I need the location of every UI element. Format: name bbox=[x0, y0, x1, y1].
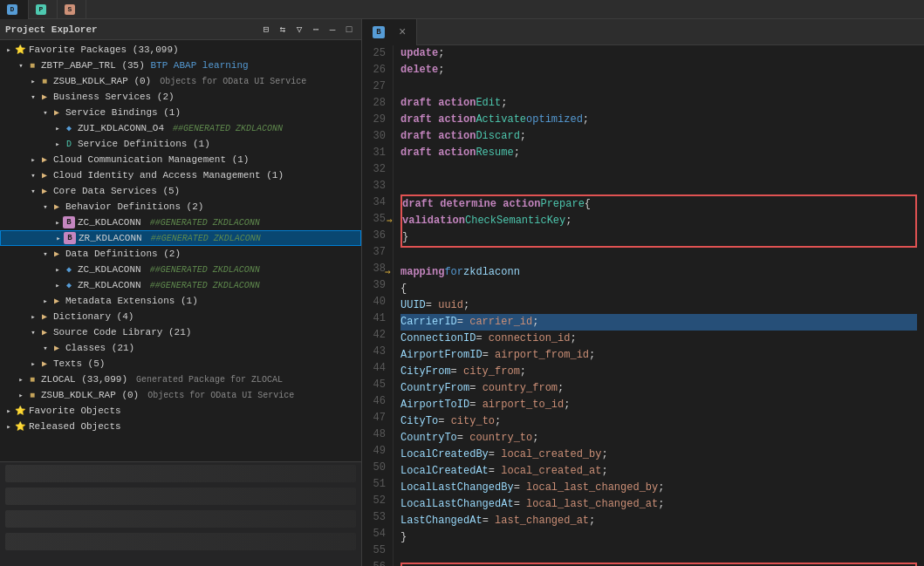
tree-arrow[interactable]: ▸ bbox=[16, 374, 26, 385]
code-content: update; delete; draft action Edit; draft… bbox=[394, 45, 924, 566]
tree-item-19[interactable]: ▾▶Source Code Library (21) bbox=[0, 324, 361, 340]
tree-item-6[interactable]: ▸◆ZUI_KDLACONN_O4 ##GENERATED ZKDLACONN bbox=[0, 120, 361, 136]
tree-item-21[interactable]: ▸▶Texts (5) bbox=[0, 356, 361, 372]
menu-icon[interactable]: ⋯ bbox=[309, 23, 323, 37]
line-number-41: 41 bbox=[362, 310, 386, 327]
tree-arrow[interactable]: ▾ bbox=[28, 170, 38, 181]
service-icon: ◆ bbox=[63, 122, 75, 134]
tab-project-explorer[interactable]: P bbox=[29, 0, 58, 19]
tree-item-12[interactable]: ▸BZC_KDLACONN ##GENERATED ZKDLACONN bbox=[0, 215, 361, 230]
servers-icon: S bbox=[65, 4, 75, 15]
tree-arrow[interactable]: ▾ bbox=[40, 249, 51, 259]
tab-debug[interactable]: D bbox=[0, 0, 29, 19]
generated-label: ##GENERATED ZKDLACONN bbox=[145, 281, 260, 290]
tree-item-14[interactable]: ▾▶Data Definitions (2) bbox=[0, 246, 361, 262]
tree-item-20[interactable]: ▾▶Classes (21) bbox=[0, 340, 361, 356]
line-number-45: 45 bbox=[362, 377, 386, 393]
editor-tab-close[interactable]: × bbox=[399, 25, 406, 39]
tree-label: Metadata Extensions (1) bbox=[65, 296, 198, 306]
tree-item-16[interactable]: ▸◆ZR_KDLACONN ##GENERATED ZKDLACONN bbox=[0, 277, 361, 293]
tree-suffix: BTP ABAP learning bbox=[145, 60, 249, 71]
tree-arrow[interactable]: ▾ bbox=[28, 186, 38, 196]
line-numbers: 2526272829303132333435363738394041424344… bbox=[362, 45, 394, 566]
tree-label: Behavior Definitions (2) bbox=[65, 201, 203, 212]
editor-tab-bar: B × bbox=[362, 19, 924, 45]
tree-item-13[interactable]: ▸BZR_KDLACONN ##GENERATED ZKDLACONN bbox=[0, 230, 361, 246]
minimize-icon[interactable]: — bbox=[325, 23, 339, 37]
tree-arrow[interactable]: ▸ bbox=[52, 264, 63, 275]
tree-item-25[interactable]: ▸⭐Released Objects bbox=[0, 419, 361, 434]
tree-item-7[interactable]: ▸DService Definitions (1) bbox=[0, 136, 361, 152]
tree-arrow[interactable]: ▸ bbox=[40, 296, 51, 306]
tree-arrow[interactable]: ▸ bbox=[52, 280, 63, 290]
tree-arrow[interactable]: ▾ bbox=[28, 92, 38, 102]
tree-arrow[interactable]: ▸ bbox=[28, 76, 38, 86]
tree-item-4[interactable]: ▾▶Business Services (2) bbox=[0, 89, 361, 105]
code-editor[interactable]: 2526272829303132333435363738394041424344… bbox=[362, 45, 924, 566]
code-line-39: { bbox=[400, 281, 917, 297]
code-line-38: ⇒ mapping for zkdlaconn bbox=[400, 264, 917, 281]
collapse-icon[interactable]: ⊟ bbox=[259, 23, 273, 37]
tree-label: Data Definitions (2) bbox=[65, 249, 181, 259]
tree-arrow[interactable]: ▸ bbox=[28, 358, 38, 369]
tree-item-11[interactable]: ▾▶Behavior Definitions (2) bbox=[0, 199, 361, 215]
code-line-25: update; bbox=[400, 45, 917, 62]
tree-arrow[interactable]: ▸ bbox=[52, 217, 63, 228]
maximize-icon[interactable]: □ bbox=[342, 23, 356, 37]
tree-arrow[interactable]: ▸ bbox=[3, 421, 14, 432]
tree-arrow[interactable]: ▾ bbox=[16, 60, 26, 71]
code-line-43: AirportFromID = airport_from_id; bbox=[400, 347, 917, 364]
tree-item-24[interactable]: ▸⭐Favorite Objects bbox=[0, 403, 361, 419]
tree-arrow[interactable]: ▸ bbox=[52, 139, 63, 149]
code-line-35: ⇒ validation CheckSemanticKey; bbox=[402, 213, 915, 229]
code-line-34: draft determine action Prepare { bbox=[402, 196, 915, 213]
tree-item-17[interactable]: ▸▶Metadata Extensions (1) bbox=[0, 293, 361, 309]
tree-arrow[interactable]: ▸ bbox=[3, 44, 14, 55]
tree-arrow[interactable]: ▾ bbox=[28, 327, 38, 338]
tree-item-8[interactable]: ▸▶Cloud Communication Management (1) bbox=[0, 152, 361, 167]
tree-item-10[interactable]: ▾▶Core Data Services (5) bbox=[0, 183, 361, 199]
line-number-36: 36 bbox=[362, 228, 386, 244]
tree-item-15[interactable]: ▸◆ZC_KDLACONN ##GENERATED ZKDLACONN bbox=[0, 262, 361, 277]
tree-label: ZBTP_ABAP_TRL (35) BTP ABAP learning bbox=[41, 60, 249, 71]
tree-item-22[interactable]: ▸■ZLOCAL (33,099) Generated Package for … bbox=[0, 372, 361, 387]
tree-item-1[interactable]: ▸⭐Favorite Packages (33,099) bbox=[0, 42, 361, 58]
red-box-validation: validation CheckSemanticKey on save { cr… bbox=[400, 563, 917, 566]
tree-label: Texts (5) bbox=[53, 358, 105, 369]
panel-icons: ⊟ ⇆ ▽ ⋯ — □ bbox=[259, 23, 356, 37]
line-number-31: 31 bbox=[362, 145, 386, 161]
tree-arrow[interactable]: ▸ bbox=[52, 123, 63, 133]
folder-icon: ▶ bbox=[51, 201, 63, 213]
tree-arrow[interactable]: ▸ bbox=[28, 154, 38, 165]
tree-item-3[interactable]: ▸■ZSUB_KDLK_RAP (0) Objects for OData UI… bbox=[0, 73, 361, 89]
tree-item-18[interactable]: ▸▶Dictionary (4) bbox=[0, 309, 361, 324]
tree-arrow[interactable]: ▾ bbox=[40, 107, 51, 118]
tree-item-2[interactable]: ▾■ZBTP_ABAP_TRL (35) BTP ABAP learning bbox=[0, 58, 361, 73]
code-line-26: delete; bbox=[400, 62, 917, 78]
line-number-42: 42 bbox=[362, 327, 386, 344]
code-line-55 bbox=[400, 546, 917, 563]
tree-arrow[interactable]: ▸ bbox=[16, 390, 26, 400]
tree-label: Dictionary (4) bbox=[53, 311, 133, 322]
star-icon: ⭐ bbox=[14, 405, 26, 417]
tree-label: ZSUB_KDLK_RAP (0) Objects for OData UI S… bbox=[41, 390, 294, 400]
tree-item-9[interactable]: ▾▶Cloud Identity and Access Management (… bbox=[0, 167, 361, 183]
star-icon: ⭐ bbox=[14, 420, 26, 433]
tree-item-23[interactable]: ▸■ZSUB_KDLK_RAP (0) Objects for OData UI… bbox=[0, 387, 361, 403]
editor-tab-main[interactable]: B × bbox=[362, 19, 417, 45]
code-line-49: LocalCreatedBy = local_created_by; bbox=[400, 447, 917, 463]
tree-container[interactable]: ▸⭐Favorite Packages (33,099)▾■ZBTP_ABAP_… bbox=[0, 40, 361, 461]
tab-servers[interactable]: S bbox=[58, 0, 86, 19]
tree-item-5[interactable]: ▾▶Service Bindings (1) bbox=[0, 105, 361, 120]
link-icon[interactable]: ⇆ bbox=[276, 23, 290, 37]
code-line-52: LocalLastChangedAt = local_last_changed_… bbox=[400, 496, 917, 513]
tree-arrow[interactable]: ▸ bbox=[3, 406, 14, 416]
line-number-46: 46 bbox=[362, 393, 386, 410]
star-icon: ⭐ bbox=[14, 44, 26, 56]
tree-arrow[interactable]: ▾ bbox=[40, 201, 51, 212]
code-line-42: ConnectionID = connection_id; bbox=[400, 331, 917, 347]
tree-arrow[interactable]: ▸ bbox=[53, 233, 64, 243]
tree-arrow[interactable]: ▾ bbox=[40, 343, 51, 353]
tree-arrow[interactable]: ▸ bbox=[28, 311, 38, 322]
filter-icon[interactable]: ▽ bbox=[292, 23, 306, 37]
